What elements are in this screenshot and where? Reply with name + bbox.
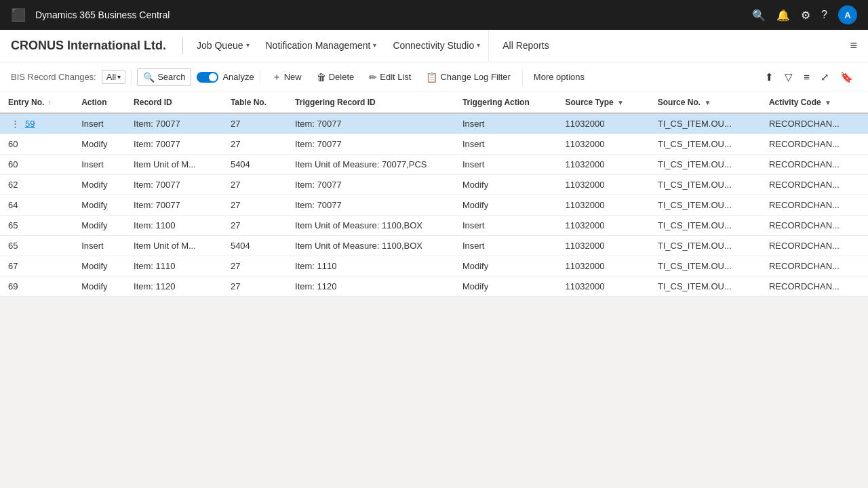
entry-no-link[interactable]: 59 (25, 119, 35, 129)
col-triggering-action-label: Triggering Action (462, 98, 530, 107)
edit-list-button[interactable]: ✏ Edit List (363, 68, 417, 86)
settings-icon[interactable]: ⚙ (801, 9, 810, 22)
filter-label: BIS Record Changes: (11, 72, 96, 82)
bis-record-changes-table: Entry No. ↑ Action Record ID Table No. T… (0, 92, 868, 297)
nav-connectivity-label: Connectivity Studio (393, 40, 474, 51)
cell-table-no: 27 (222, 256, 287, 277)
cell-activity-code: RECORDCHAN... (761, 175, 868, 195)
col-source-no[interactable]: Source No. ▼ (650, 92, 761, 113)
filter-panel-icon[interactable]: ▽ (781, 68, 797, 86)
new-button[interactable]: ＋ New (266, 68, 308, 87)
nav-job-queue-label: Job Queue (197, 40, 243, 51)
table-header: Entry No. ↑ Action Record ID Table No. T… (0, 92, 868, 113)
cell-triggering-record-id: Item Unit of Measure: 1100,BOX (287, 236, 454, 256)
action-sep-3 (522, 69, 523, 85)
table-row[interactable]: 62ModifyItem: 7007727Item: 70077Modify11… (0, 175, 868, 195)
cell-record-id: Item Unit of M... (125, 236, 222, 256)
cell-source-type: 11032000 (557, 113, 650, 134)
table-row[interactable]: ⋮59InsertItem: 7007727Item: 70077Insert1… (0, 113, 868, 134)
topbar-left: ⬛ Dynamics 365 Business Central (11, 7, 170, 22)
cell-triggering-record-id: Item: 70077 (287, 134, 454, 155)
topbar: ⬛ Dynamics 365 Business Central 🔍 🔔 ⚙ ? … (0, 0, 868, 30)
cell-table-no: 5404 (222, 236, 287, 256)
table-row[interactable]: 60InsertItem Unit of M...5404Item Unit o… (0, 155, 868, 175)
cell-action: Modify (73, 195, 125, 216)
col-triggering-action[interactable]: Triggering Action (454, 92, 557, 113)
nav-item-all-reports[interactable]: All Reports (494, 30, 557, 62)
delete-label: Delete (329, 72, 355, 82)
analyze-toggle[interactable]: Analyze (197, 72, 254, 83)
col-activity-code-label: Activity Code (769, 98, 821, 107)
nav-item-connectivity-studio[interactable]: Connectivity Studio ▾ (384, 30, 489, 62)
col-source-type-label: Source Type (566, 98, 614, 107)
cell-action: Modify (73, 256, 125, 277)
search-label: Search (157, 72, 185, 82)
table-row[interactable]: 65InsertItem Unit of M...5404Item Unit o… (0, 236, 868, 256)
nav-connectivity-chevron: ▾ (477, 41, 480, 49)
columns-icon[interactable]: ≡ (800, 68, 814, 85)
table-row[interactable]: 67ModifyItem: 111027Item: 1110Modify1103… (0, 256, 868, 277)
nav-item-notification-management[interactable]: Notification Management ▾ (258, 30, 385, 62)
delete-icon: 🗑 (317, 72, 326, 83)
cell-entry-no: 65 (0, 216, 73, 236)
nav-item-job-queue[interactable]: Job Queue ▾ (189, 30, 258, 62)
cell-entry-no: 65 (0, 236, 73, 256)
cell-triggering-record-id: Item: 1120 (287, 277, 454, 297)
help-icon[interactable]: ? (821, 9, 827, 21)
cell-activity-code: RECORDCHAN... (761, 216, 868, 236)
actionbar-right: ⬆ ▽ ≡ ⤢ 🔖 (761, 68, 857, 86)
cell-table-no: 27 (222, 277, 287, 297)
table-body: ⋮59InsertItem: 7007727Item: 70077Insert1… (0, 113, 868, 297)
row-context-menu[interactable]: ⋮ (8, 117, 22, 130)
cell-entry-no: 64 (0, 195, 73, 216)
table-row[interactable]: 60ModifyItem: 7007727Item: 70077Insert11… (0, 134, 868, 155)
cell-triggering-action: Insert (454, 216, 557, 236)
cell-source-type: 11032000 (557, 216, 650, 236)
nav-end: ≡ (844, 36, 868, 56)
col-entry-no[interactable]: Entry No. ↑ (0, 92, 73, 113)
cell-entry-no: 60 (0, 155, 73, 175)
cell-action: Insert (73, 113, 125, 134)
share-icon[interactable]: ⬆ (761, 68, 778, 86)
table-row[interactable]: 65ModifyItem: 110027Item Unit of Measure… (0, 216, 868, 236)
col-activity-code[interactable]: Activity Code ▼ (761, 92, 868, 113)
edit-list-label: Edit List (380, 72, 411, 82)
cell-record-id: Item: 70077 (125, 113, 222, 134)
search-button[interactable]: 🔍 Search (137, 68, 191, 86)
col-table-no[interactable]: Table No. (222, 92, 287, 113)
filter-value-text: All (106, 72, 116, 82)
notifications-icon[interactable]: 🔔 (776, 9, 790, 22)
table-row[interactable]: 64ModifyItem: 7007727Item: 70077Modify11… (0, 195, 868, 216)
search-icon: 🔍 (143, 72, 155, 83)
actionbar: BIS Record Changes: All ▾ 🔍 Search Analy… (0, 62, 868, 92)
new-icon: ＋ (272, 71, 281, 83)
global-search-icon[interactable]: 🔍 (752, 9, 766, 22)
more-options-button[interactable]: More options (528, 69, 590, 85)
nav-divider-1 (182, 38, 183, 54)
bookmark-icon[interactable]: 🔖 (836, 68, 857, 86)
cell-triggering-record-id: Item Unit of Measure: 1100,BOX (287, 216, 454, 236)
col-triggering-record-id-label: Triggering Record ID (295, 98, 376, 107)
cell-triggering-record-id: Item: 70077 (287, 195, 454, 216)
cell-entry-no: 60 (0, 134, 73, 155)
dynamics-logo: ⬛ (11, 7, 26, 22)
table-row[interactable]: 69ModifyItem: 112027Item: 1120Modify1103… (0, 277, 868, 297)
change-log-filter-button[interactable]: 📋 Change Log Filter (420, 68, 516, 86)
avatar[interactable]: A (838, 5, 857, 24)
col-action[interactable]: Action (73, 92, 125, 113)
source-type-filter-icon: ▼ (617, 99, 624, 106)
delete-button[interactable]: 🗑 Delete (311, 68, 361, 86)
col-entry-no-label: Entry No. (8, 98, 44, 107)
edit-list-icon: ✏ (369, 72, 377, 83)
col-source-type[interactable]: Source Type ▼ (557, 92, 650, 113)
col-triggering-record-id[interactable]: Triggering Record ID (287, 92, 454, 113)
filter-chevron-icon: ▾ (117, 73, 121, 81)
col-record-id[interactable]: Record ID (125, 92, 222, 113)
company-name[interactable]: CRONUS International Ltd. (11, 39, 166, 53)
cell-triggering-record-id: Item Unit of Measure: 70077,PCS (287, 155, 454, 175)
cell-triggering-action: Insert (454, 113, 557, 134)
nav-menu-button[interactable]: ≡ (844, 36, 863, 56)
filter-value-dropdown[interactable]: All ▾ (102, 70, 125, 84)
fullscreen-icon[interactable]: ⤢ (816, 68, 833, 86)
cell-activity-code: RECORDCHAN... (761, 195, 868, 216)
